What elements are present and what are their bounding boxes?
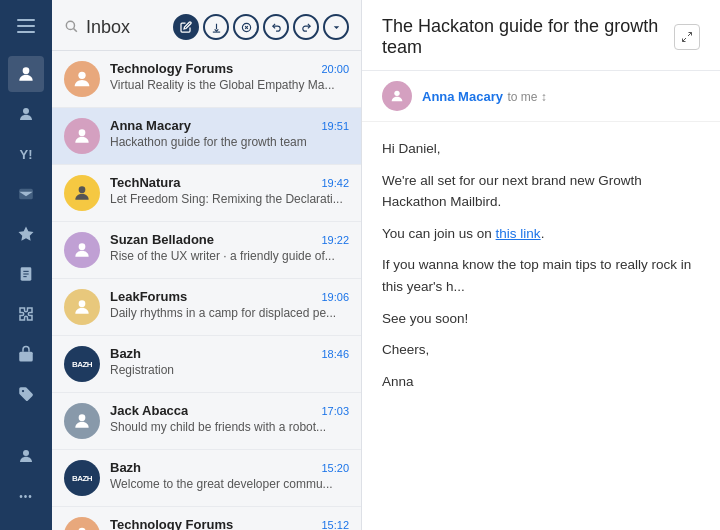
hamburger-menu-icon[interactable] — [8, 8, 44, 44]
sender-name: Anna Macary — [422, 89, 503, 104]
dropdown-button[interactable] — [323, 14, 349, 40]
email-item[interactable]: Jack Abacca17:03Should my child be frien… — [52, 393, 361, 450]
email-avatar — [64, 403, 100, 439]
email-subject: Let Freedom Sing: Remixing the Declarati… — [110, 192, 349, 206]
sidebar-bottom: ••• — [8, 438, 44, 522]
email-content: LeakForums19:06Daily rhythms in a camp f… — [110, 289, 349, 320]
email-reading-pane: The Hackaton guide for the growth team A… — [362, 0, 720, 530]
sidebar-inbox-icon[interactable] — [8, 176, 44, 212]
email-content: TechNatura19:42Let Freedom Sing: Remixin… — [110, 175, 349, 206]
stop-button[interactable] — [233, 14, 259, 40]
sender-avatar — [382, 81, 412, 111]
email-subject: Daily rhythms in a camp for displaced pe… — [110, 306, 349, 320]
svg-point-19 — [79, 243, 86, 250]
email-avatar — [64, 232, 100, 268]
email-content: Technology Forums15:12Learning in VR wil… — [110, 517, 349, 530]
email-item[interactable]: TechNatura19:42Let Freedom Sing: Remixin… — [52, 165, 361, 222]
email-content: Suzan Belladone19:22Rise of the UX write… — [110, 232, 349, 263]
email-content: Bazh18:46Registration — [110, 346, 349, 377]
svg-line-11 — [74, 28, 77, 31]
body-line3: If you wanna know the top main tips to r… — [382, 254, 700, 297]
email-time: 15:12 — [321, 519, 349, 531]
email-item[interactable]: Technology Forums20:00Virtual Reality is… — [52, 51, 361, 108]
email-time: 19:22 — [321, 234, 349, 246]
email-item[interactable]: BAZHBazh18:46Registration — [52, 336, 361, 393]
email-subject: Welcome to the great developer commu... — [110, 477, 349, 491]
svg-point-21 — [79, 414, 86, 421]
svg-point-24 — [394, 91, 399, 96]
sidebar-bag-icon[interactable] — [8, 336, 44, 372]
email-item[interactable]: Suzan Belladone19:22Rise of the UX write… — [52, 222, 361, 279]
svg-point-0 — [23, 67, 30, 74]
email-list-panel: Inbox Technology Forums20:00Virtual Real… — [52, 0, 362, 530]
sidebar-contact-icon[interactable] — [8, 438, 44, 474]
sender-info: Anna Macary to me ↕ — [422, 87, 547, 105]
email-avatar — [64, 61, 100, 97]
email-body: Hi Daniel, We're all set for our next br… — [362, 122, 720, 530]
this-link[interactable]: this link — [496, 226, 541, 241]
email-sender: Bazh — [110, 346, 141, 361]
sidebar-person-icon[interactable] — [8, 96, 44, 132]
email-sender: LeakForums — [110, 289, 187, 304]
download-button[interactable] — [203, 14, 229, 40]
email-avatar — [64, 517, 100, 530]
email-sender: Technology Forums — [110, 61, 233, 76]
email-sender: Technology Forums — [110, 517, 233, 530]
email-avatar — [64, 289, 100, 325]
body-line6: Anna — [382, 371, 700, 393]
svg-point-1 — [23, 108, 29, 114]
sidebar-doc-icon[interactable] — [8, 256, 44, 292]
email-time: 18:46 — [321, 348, 349, 360]
email-items-list: Technology Forums20:00Virtual Reality is… — [52, 51, 361, 530]
sidebar-people-icon[interactable] — [8, 56, 44, 92]
svg-point-9 — [23, 450, 29, 456]
sidebar-more-icon[interactable]: ••• — [8, 478, 44, 514]
body-line5: Cheers, — [382, 339, 700, 361]
email-item[interactable]: Technology Forums15:12Learning in VR wil… — [52, 507, 361, 530]
email-sender: TechNatura — [110, 175, 181, 190]
email-time: 15:20 — [321, 462, 349, 474]
email-content: Anna Macary19:51Hackathon guide for the … — [110, 118, 349, 149]
email-subject: Should my child be friends with a robot.… — [110, 420, 349, 434]
email-sender: Bazh — [110, 460, 141, 475]
email-sender: Anna Macary — [110, 118, 191, 133]
reply-button[interactable] — [263, 14, 289, 40]
email-time: 19:42 — [321, 177, 349, 189]
svg-point-20 — [79, 300, 86, 307]
email-time: 20:00 — [321, 63, 349, 75]
email-sender: Jack Abacca — [110, 403, 188, 418]
email-meta: Anna Macary to me ↕ — [362, 71, 720, 122]
svg-point-17 — [79, 129, 86, 136]
email-subject: Hackathon guide for the growth team — [110, 135, 349, 149]
sidebar-tag-icon[interactable] — [8, 376, 44, 412]
email-list-header: Inbox — [52, 0, 361, 51]
email-item[interactable]: BAZHBazh15:20Welcome to the great develo… — [52, 450, 361, 507]
email-avatar: BAZH — [64, 460, 100, 496]
email-avatar — [64, 175, 100, 211]
svg-point-10 — [66, 21, 74, 29]
sender-to: to me ↕ — [507, 90, 546, 104]
email-content: Bazh15:20Welcome to the great developer … — [110, 460, 349, 491]
email-subject: Registration — [110, 363, 349, 377]
sidebar-yahoo-icon[interactable]: Y! — [8, 136, 44, 172]
compose-button[interactable] — [173, 14, 199, 40]
svg-point-18 — [79, 186, 86, 193]
email-item[interactable]: LeakForums19:06Daily rhythms in a camp f… — [52, 279, 361, 336]
sidebar: Y! ••• — [0, 0, 52, 530]
search-icon[interactable] — [64, 19, 78, 36]
email-avatar: BAZH — [64, 346, 100, 382]
toolbar-icons — [173, 14, 349, 40]
sidebar-star-icon[interactable] — [8, 216, 44, 252]
svg-point-8 — [22, 390, 24, 392]
sidebar-puzzle-icon[interactable] — [8, 296, 44, 332]
body-line4: See you soon! — [382, 308, 700, 330]
expand-button[interactable] — [674, 24, 700, 50]
email-time: 17:03 — [321, 405, 349, 417]
email-subject: Rise of the UX writer · a friendly guide… — [110, 249, 349, 263]
forward-button[interactable] — [293, 14, 319, 40]
email-item[interactable]: Anna Macary19:51Hackathon guide for the … — [52, 108, 361, 165]
svg-point-16 — [78, 72, 85, 79]
email-avatar — [64, 118, 100, 154]
body-line1: We're all set for our next brand new Gro… — [382, 170, 700, 213]
email-time: 19:51 — [321, 120, 349, 132]
